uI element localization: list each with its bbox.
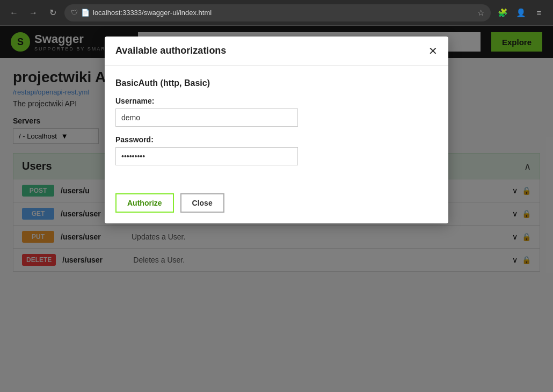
- username-input[interactable]: [115, 108, 298, 127]
- modal-overlay: Available authorizations ✕ BasicAuth (ht…: [0, 26, 553, 392]
- extensions-button[interactable]: 🧩: [495, 5, 510, 20]
- auth-modal: Available authorizations ✕ BasicAuth (ht…: [105, 37, 448, 223]
- page-content: S Swagger SUPPORTED BY SMARTBEAR Explore…: [0, 26, 553, 392]
- password-label: Password:: [115, 135, 438, 144]
- username-label: Username:: [115, 97, 438, 105]
- modal-body: BasicAuth (http, Basic) Username: Passwo…: [105, 66, 448, 187]
- forward-button[interactable]: →: [26, 5, 41, 20]
- auth-section-title: BasicAuth (http, Basic): [115, 78, 438, 88]
- back-button[interactable]: ←: [6, 5, 21, 20]
- address-bar: 🛡 📄 localhost:33333/swagger-ui/index.htm…: [64, 4, 491, 21]
- page-icon: 📄: [81, 9, 90, 17]
- password-form-group: Password:: [115, 135, 438, 165]
- modal-authorize-button[interactable]: Authorize: [115, 193, 174, 213]
- address-text: localhost:33333/swagger-ui/index.html: [93, 9, 474, 17]
- browser-action-buttons: 🧩 👤 ≡: [495, 5, 547, 20]
- security-icon: 🛡: [71, 9, 78, 17]
- bookmark-icon[interactable]: ☆: [477, 8, 484, 18]
- menu-button[interactable]: ≡: [532, 5, 547, 20]
- profile-button[interactable]: 👤: [513, 5, 528, 20]
- modal-footer: Authorize Close: [105, 187, 448, 223]
- modal-title: Available authorizations: [115, 45, 226, 56]
- modal-close-button[interactable]: ✕: [428, 46, 438, 56]
- modal-close-btn[interactable]: Close: [180, 193, 224, 213]
- modal-header: Available authorizations ✕: [105, 37, 448, 66]
- password-input[interactable]: [115, 147, 298, 165]
- username-form-group: Username:: [115, 97, 438, 127]
- reload-button[interactable]: ↻: [45, 5, 60, 20]
- browser-chrome: ← → ↻ 🛡 📄 localhost:33333/swagger-ui/ind…: [0, 0, 553, 26]
